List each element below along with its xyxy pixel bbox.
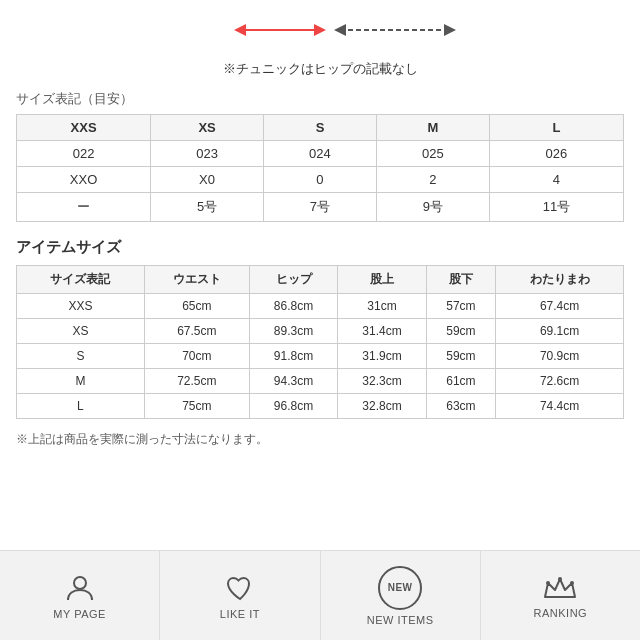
table-cell: X0 <box>151 167 264 193</box>
size-notation-header-cell: XXS <box>17 115 151 141</box>
size-notation-table: XXSXSSML 022023024025026XXOX0024ー5号7号9号1… <box>16 114 624 222</box>
table-cell: 024 <box>264 141 377 167</box>
table-cell: XS <box>17 319 145 344</box>
table-cell: 31.9cm <box>338 344 426 369</box>
table-cell: 022 <box>17 141 151 167</box>
size-diagram <box>160 16 480 56</box>
table-cell: 65cm <box>144 294 249 319</box>
nav-likeit-label: LIKE IT <box>220 608 260 620</box>
table-row: XS67.5cm89.3cm31.4cm59cm69.1cm <box>17 319 624 344</box>
size-notation-body: 022023024025026XXOX0024ー5号7号9号11号 <box>17 141 624 222</box>
svg-point-3 <box>558 577 562 581</box>
diagram-area <box>16 10 624 60</box>
table-cell: 023 <box>151 141 264 167</box>
nav-mypage[interactable]: MY PAGE <box>0 551 160 640</box>
table-cell: 59cm <box>426 344 495 369</box>
item-size-header-cell: わたりまわ <box>496 266 624 294</box>
table-cell: M <box>17 369 145 394</box>
table-cell: 70cm <box>144 344 249 369</box>
table-cell: S <box>17 344 145 369</box>
table-cell: 025 <box>376 141 489 167</box>
item-size-header-cell: ウエスト <box>144 266 249 294</box>
svg-point-2 <box>74 577 86 589</box>
diagram-note: ※チュニックはヒップの記載なし <box>16 60 624 78</box>
size-notation-header-cell: S <box>264 115 377 141</box>
svg-point-5 <box>570 581 574 585</box>
person-icon <box>64 572 96 604</box>
svg-point-4 <box>546 581 550 585</box>
table-cell: XXO <box>17 167 151 193</box>
item-size-body: XXS65cm86.8cm31cm57cm67.4cmXS67.5cm89.3c… <box>17 294 624 419</box>
crown-icon <box>542 573 578 603</box>
footer-note: ※上記は商品を実際に測った寸法になります。 <box>16 431 624 448</box>
table-cell: 72.6cm <box>496 369 624 394</box>
nav-ranking[interactable]: RANKING <box>481 551 640 640</box>
table-cell: 11号 <box>489 193 623 222</box>
table-cell: 63cm <box>426 394 495 419</box>
table-cell: 2 <box>376 167 489 193</box>
nav-newitems-label: NEW ITEMS <box>367 614 434 626</box>
table-row: XXS65cm86.8cm31cm57cm67.4cm <box>17 294 624 319</box>
table-cell: 9号 <box>376 193 489 222</box>
table-cell: L <box>17 394 145 419</box>
table-cell: 31cm <box>338 294 426 319</box>
table-row: S70cm91.8cm31.9cm59cm70.9cm <box>17 344 624 369</box>
table-cell: 31.4cm <box>338 319 426 344</box>
table-cell: 026 <box>489 141 623 167</box>
size-notation-header-row: XXSXSSML <box>17 115 624 141</box>
nav-likeit[interactable]: LIKE IT <box>160 551 320 640</box>
nav-ranking-label: RANKING <box>534 607 588 619</box>
table-cell: 72.5cm <box>144 369 249 394</box>
item-size-header-row: サイズ表記ウエストヒップ股上股下わたりまわ <box>17 266 624 294</box>
size-notation-label: サイズ表記（目安） <box>16 90 624 108</box>
size-notation-header-cell: XS <box>151 115 264 141</box>
new-items-circle: NEW <box>378 566 422 610</box>
table-cell: 32.3cm <box>338 369 426 394</box>
table-cell: 94.3cm <box>249 369 337 394</box>
item-size-title: アイテムサイズ <box>16 238 624 257</box>
table-cell: 89.3cm <box>249 319 337 344</box>
nav-mypage-label: MY PAGE <box>53 608 106 620</box>
table-cell: 4 <box>489 167 623 193</box>
table-cell: 96.8cm <box>249 394 337 419</box>
item-size-header-cell: 股下 <box>426 266 495 294</box>
table-cell: 67.4cm <box>496 294 624 319</box>
table-cell: 7号 <box>264 193 377 222</box>
bottom-nav: MY PAGE LIKE IT NEW NEW ITEMS RANKING <box>0 550 640 640</box>
main-content: ※チュニックはヒップの記載なし サイズ表記（目安） XXSXSSML 02202… <box>0 0 640 448</box>
table-cell: 59cm <box>426 319 495 344</box>
item-size-header-cell: ヒップ <box>249 266 337 294</box>
table-cell: ー <box>17 193 151 222</box>
item-size-header-cell: サイズ表記 <box>17 266 145 294</box>
table-cell: 70.9cm <box>496 344 624 369</box>
table-cell: 69.1cm <box>496 319 624 344</box>
table-row: ー5号7号9号11号 <box>17 193 624 222</box>
nav-newitems[interactable]: NEW NEW ITEMS <box>321 551 481 640</box>
table-row: XXOX0024 <box>17 167 624 193</box>
table-cell: 61cm <box>426 369 495 394</box>
table-row: M72.5cm94.3cm32.3cm61cm72.6cm <box>17 369 624 394</box>
heart-icon <box>224 572 256 604</box>
table-cell: XXS <box>17 294 145 319</box>
table-cell: 67.5cm <box>144 319 249 344</box>
table-cell: 91.8cm <box>249 344 337 369</box>
table-cell: 32.8cm <box>338 394 426 419</box>
table-row: 022023024025026 <box>17 141 624 167</box>
size-notation-header-cell: L <box>489 115 623 141</box>
table-cell: 86.8cm <box>249 294 337 319</box>
table-cell: 5号 <box>151 193 264 222</box>
item-size-header-cell: 股上 <box>338 266 426 294</box>
table-cell: 75cm <box>144 394 249 419</box>
table-cell: 0 <box>264 167 377 193</box>
item-size-table: サイズ表記ウエストヒップ股上股下わたりまわ XXS65cm86.8cm31cm5… <box>16 265 624 419</box>
new-items-circle-text: NEW <box>388 582 413 593</box>
size-notation-header-cell: M <box>376 115 489 141</box>
table-cell: 74.4cm <box>496 394 624 419</box>
table-row: L75cm96.8cm32.8cm63cm74.4cm <box>17 394 624 419</box>
table-cell: 57cm <box>426 294 495 319</box>
